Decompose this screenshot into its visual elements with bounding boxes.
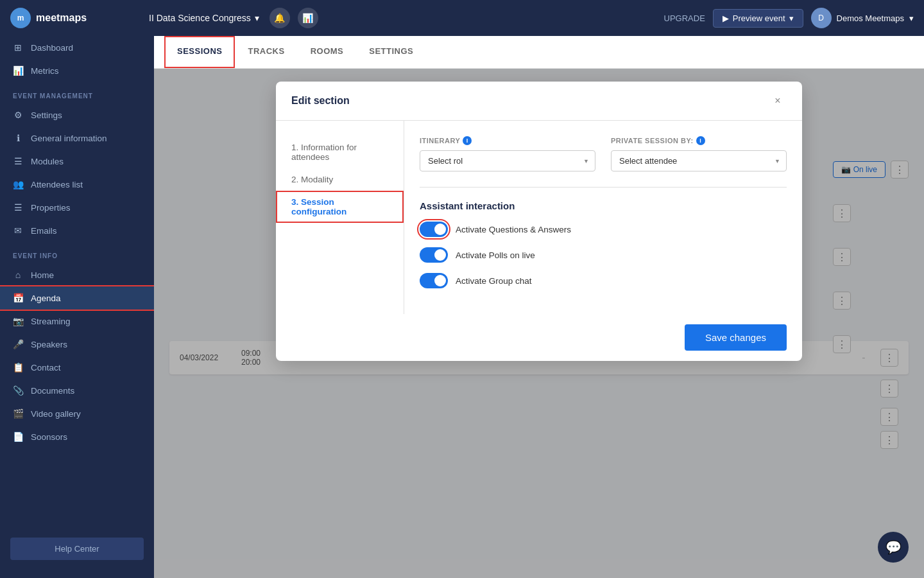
logo-area: m meetmaps: [10, 8, 139, 28]
qa-toggle[interactable]: [420, 222, 448, 237]
info-icon: ℹ: [13, 133, 23, 143]
private-session-label-text: PRIVATE SESSION BY:: [611, 137, 694, 144]
sidebar-item-label: Agenda: [31, 293, 61, 303]
tab-label: ROOMS: [311, 46, 344, 56]
polls-toggle-slider: [420, 247, 448, 263]
logo-icon: m: [10, 8, 31, 28]
preview-event-button[interactable]: ▶ Preview event ▾: [713, 9, 803, 28]
private-session-group: PRIVATE SESSION BY: i Select attendee: [611, 136, 787, 171]
sidebar-item-emails[interactable]: ✉ Emails: [0, 219, 154, 242]
modal-steps: 1. Information for attendees 2. Modality…: [276, 121, 404, 314]
sidebar-item-speakers[interactable]: 🎤 Speakers: [0, 333, 154, 356]
modal-body: 1. Information for attendees 2. Modality…: [276, 121, 802, 314]
metrics-icon: 📊: [13, 66, 23, 76]
sidebar-item-label: Contact: [31, 363, 61, 372]
sidebar-item-metrics[interactable]: 📊 Metrics: [0, 59, 154, 82]
page-content: 04/03/2022 09:00 20:00 The future of AI …: [154, 69, 924, 578]
itinerary-info-icon[interactable]: i: [463, 136, 472, 145]
sidebar-item-dashboard[interactable]: ⊞ Dashboard: [0, 36, 154, 59]
sponsors-icon: 📄: [13, 432, 23, 442]
properties-icon: ☰: [13, 202, 23, 213]
toggle-row-qa: Activate Questions & Answers: [420, 222, 787, 237]
tab-settings[interactable]: SETTINGS: [356, 36, 426, 68]
main-layout: ⊞ Dashboard 📊 Metrics EVENT MANAGEMENT ⚙…: [0, 36, 924, 578]
event-name: II Data Science Congress: [149, 13, 251, 23]
modal-header: Edit section ×: [276, 82, 802, 121]
sidebar-item-documents[interactable]: 📎 Documents: [0, 379, 154, 402]
toggle-row-group-chat: Activate Group chat: [420, 273, 787, 288]
sidebar-item-video-gallery[interactable]: 🎬 Video gallery: [0, 402, 154, 425]
chart-icon[interactable]: 📊: [298, 8, 318, 28]
chevron-down-icon: ▾: [789, 13, 794, 23]
sidebar-item-label: Emails: [31, 226, 57, 236]
top-nav: m meetmaps II Data Science Congress ▾ 🔔 …: [0, 0, 924, 36]
sidebar-item-settings[interactable]: ⚙ Settings: [0, 103, 154, 127]
qa-toggle-slider: [420, 222, 448, 237]
tab-rooms[interactable]: ROOMS: [298, 36, 357, 68]
video-gallery-icon: 🎬: [13, 408, 23, 419]
upgrade-link[interactable]: UPGRADE: [664, 13, 705, 23]
form-row-top: ITINERARY i Select rol: [420, 136, 787, 171]
app-name: meetmaps: [36, 12, 87, 24]
speakers-icon: 🎤: [13, 339, 23, 349]
step-1[interactable]: 1. Information for attendees: [276, 136, 404, 168]
event-selector[interactable]: II Data Science Congress ▾: [149, 13, 259, 23]
group-chat-toggle-label: Activate Group chat: [456, 276, 532, 286]
group-chat-toggle-slider: [420, 273, 448, 288]
sidebar-item-attendees[interactable]: 👥 Attendees list: [0, 173, 154, 196]
sidebar-item-label: Dashboard: [31, 43, 73, 53]
save-changes-button[interactable]: Save changes: [685, 324, 787, 351]
group-chat-toggle[interactable]: [420, 273, 448, 288]
help-center-button[interactable]: Help Center: [10, 538, 144, 560]
modules-icon: ☰: [13, 156, 23, 166]
preview-label: Preview event: [733, 13, 785, 23]
sidebar-item-label: Streaming: [31, 317, 71, 326]
step-2[interactable]: 2. Modality: [276, 168, 404, 191]
tab-label: SETTINGS: [369, 46, 413, 56]
private-session-info-icon[interactable]: i: [696, 136, 705, 145]
nav-right: UPGRADE ▶ Preview event ▾ D Demos Meetma…: [664, 8, 914, 28]
modal-main: ITINERARY i Select rol: [404, 121, 802, 314]
sidebar-item-label: Soonsors: [31, 432, 67, 442]
tab-tracks[interactable]: TRACKS: [235, 36, 297, 68]
itinerary-group: ITINERARY i Select rol: [420, 136, 595, 171]
sidebar-item-label: Speakers: [31, 340, 67, 349]
private-session-select-wrapper: Select attendee: [611, 150, 787, 171]
private-session-label: PRIVATE SESSION BY: i: [611, 136, 787, 145]
modal-overlay: Edit section × 1. Information for attend…: [154, 69, 924, 578]
tab-label: TRACKS: [248, 46, 284, 56]
event-management-label: EVENT MANAGEMENT: [0, 82, 154, 103]
step-label: 3. Session configuration: [291, 197, 346, 216]
sidebar-item-general-info[interactable]: ℹ General information: [0, 127, 154, 150]
sidebar-item-modules[interactable]: ☰ Modules: [0, 150, 154, 173]
agenda-icon: 📅: [13, 293, 23, 303]
itinerary-select[interactable]: Select rol: [420, 150, 595, 171]
edit-section-modal: Edit section × 1. Information for attend…: [276, 82, 802, 361]
chat-bubble-button[interactable]: 💬: [878, 532, 909, 563]
sidebar-item-streaming[interactable]: 📷 Streaming: [0, 310, 154, 333]
polls-toggle[interactable]: [420, 247, 448, 263]
modal-footer: Save changes: [276, 314, 802, 361]
contact-icon: 📋: [13, 362, 23, 372]
modal-title: Edit section: [291, 95, 350, 107]
sidebar-item-label: Settings: [31, 110, 62, 120]
sidebar-item-agenda[interactable]: 📅 Agenda: [0, 286, 154, 310]
tab-sessions[interactable]: SESSIONS: [164, 36, 235, 68]
sidebar-item-contact[interactable]: 📋 Contact: [0, 356, 154, 379]
modal-close-button[interactable]: ×: [769, 92, 787, 110]
sidebar-item-label: Video gallery: [31, 409, 81, 419]
step-label: 1. Information for attendees: [291, 143, 357, 162]
sidebar-item-label: Properties: [31, 203, 71, 213]
user-menu[interactable]: D Demos Meetmaps ▾: [811, 8, 914, 28]
sidebar-item-home[interactable]: ⌂ Home: [0, 263, 154, 286]
sidebar-item-sponsors[interactable]: 📄 Soonsors: [0, 425, 154, 448]
private-session-select[interactable]: Select attendee: [611, 150, 787, 171]
user-avatar: D: [811, 8, 832, 28]
emails-icon: ✉: [13, 225, 23, 236]
notification-icon[interactable]: 🔔: [270, 8, 290, 28]
attendees-icon: 👥: [13, 179, 23, 189]
sidebar-item-label: Modules: [31, 157, 64, 166]
sidebar-item-properties[interactable]: ☰ Properties: [0, 196, 154, 219]
documents-icon: 📎: [13, 385, 23, 396]
step-3[interactable]: 3. Session configuration: [276, 191, 404, 223]
